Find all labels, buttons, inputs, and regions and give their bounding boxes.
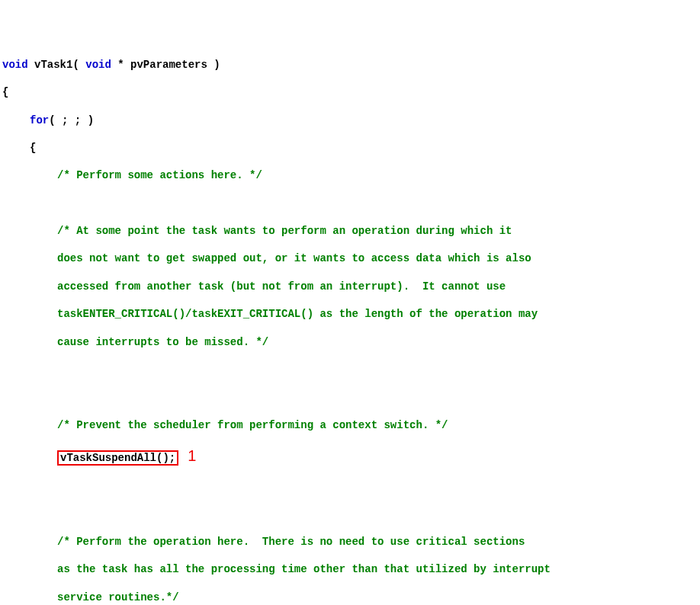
comment-long: /* At some point the task wants to perfo… (2, 224, 698, 238)
comment-perform-actions: /* Perform some actions here. */ (2, 168, 698, 182)
annotation-1: 1 (188, 447, 196, 464)
fn-decl: void vTask1( void * pvParameters ) (2, 58, 698, 72)
keyword-void: void (2, 59, 28, 71)
comment-operation: /* Perform the operation here. There is … (2, 535, 698, 549)
for-loop: for( ; ; ) (2, 114, 698, 127)
brace-open: { (2, 85, 698, 99)
annotation-1-line: vTaskSuspendAll();1 (2, 446, 698, 466)
comment-prevent: /* Prevent the scheduler from performing… (2, 418, 698, 432)
highlight-box-1: vTaskSuspendAll(); (57, 450, 178, 466)
code-snippet: void vTask1( void * pvParameters ) { for… (2, 44, 698, 605)
